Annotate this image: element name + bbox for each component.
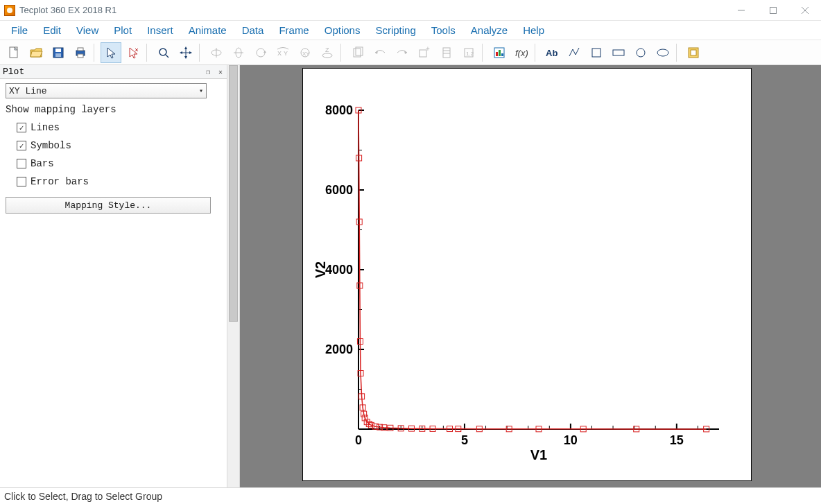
checkbox-error-bars[interactable] xyxy=(17,177,26,186)
menu-file[interactable]: File xyxy=(4,23,35,37)
zoom-icon[interactable] xyxy=(153,42,174,63)
svg-rect-9 xyxy=(55,49,61,52)
menu-view[interactable]: View xyxy=(69,23,105,37)
text-tool-icon[interactable]: Ab xyxy=(542,42,562,63)
svg-marker-14 xyxy=(107,48,115,58)
checkbox-bars[interactable] xyxy=(17,159,26,168)
extract-icon[interactable] xyxy=(436,42,457,63)
plot-canvas-area: 2000400060008000051015V1V2 xyxy=(240,65,821,487)
plot-frame[interactable]: 2000400060008000051015V1V2 xyxy=(302,68,752,481)
new-page-icon[interactable] xyxy=(3,42,24,63)
svg-text:Ab: Ab xyxy=(546,48,558,58)
rotate-xy-icon[interactable]: XY xyxy=(273,42,293,63)
svg-rect-12 xyxy=(78,48,83,51)
menu-data[interactable]: Data xyxy=(235,23,271,37)
print-icon[interactable] xyxy=(70,42,91,63)
probe-add-icon[interactable]: + xyxy=(414,42,435,63)
sidebar-scrollbar[interactable] xyxy=(227,65,239,487)
rollerball-icon[interactable]: XY xyxy=(295,42,316,63)
svg-marker-22 xyxy=(184,46,187,49)
menu-scripting[interactable]: Scripting xyxy=(368,23,422,37)
function-icon[interactable]: f(x) xyxy=(511,42,532,63)
adjust-tool-icon[interactable] xyxy=(123,42,144,63)
streamtrace-fwd-icon[interactable] xyxy=(392,42,413,63)
svg-point-57 xyxy=(637,49,645,57)
separator xyxy=(146,44,150,62)
open-file-icon[interactable] xyxy=(26,42,46,63)
checkbox-symbols[interactable] xyxy=(17,141,26,150)
layer-label: Bars xyxy=(31,158,54,169)
separator xyxy=(199,44,203,62)
menu-edit[interactable]: Edit xyxy=(36,23,68,37)
svg-rect-60 xyxy=(691,50,696,55)
save-icon[interactable] xyxy=(48,42,69,63)
probe-data-icon[interactable]: 1.2 xyxy=(458,42,479,63)
minimize-button[interactable] xyxy=(725,0,757,21)
svg-text:8000: 8000 xyxy=(325,103,353,117)
sidebar-header: Plot ❐ ✕ xyxy=(0,65,227,79)
maximize-button[interactable] xyxy=(757,0,789,21)
layer-row-bars: Bars xyxy=(17,158,221,169)
menu-frame[interactable]: Frame xyxy=(272,23,316,37)
svg-marker-25 xyxy=(189,51,192,54)
app-icon xyxy=(4,5,15,16)
svg-text:V1: V1 xyxy=(530,447,547,462)
separator xyxy=(94,44,98,62)
streamtrace-back-icon[interactable] xyxy=(370,42,390,63)
svg-rect-13 xyxy=(78,54,83,58)
menu-plot[interactable]: Plot xyxy=(107,23,139,37)
scrollbar-thumb[interactable] xyxy=(229,65,238,322)
checkbox-lines[interactable] xyxy=(17,123,26,132)
layer-row-error-bars: Error bars xyxy=(17,176,221,187)
svg-text:1.2: 1.2 xyxy=(466,51,474,57)
ellipse-tool-icon[interactable] xyxy=(653,42,673,63)
menu-animate[interactable]: Animate xyxy=(182,23,234,37)
svg-line-19 xyxy=(166,55,168,58)
svg-point-36 xyxy=(322,53,332,58)
mapping-style-button[interactable]: Mapping Style... xyxy=(6,197,211,214)
svg-rect-55 xyxy=(592,49,600,57)
select-tool-icon[interactable] xyxy=(101,42,121,63)
rotate-z-icon[interactable]: Z xyxy=(317,42,338,63)
sidebar: Plot ❐ ✕ XY Line Show mapping layers Lin… xyxy=(0,65,240,487)
translate-icon[interactable] xyxy=(175,42,196,63)
square-tool-icon[interactable] xyxy=(586,42,607,63)
window-controls xyxy=(725,0,821,21)
layer-row-lines: Lines xyxy=(17,122,221,133)
titlebar: Tecplot 360 EX 2018 R1 xyxy=(0,0,821,21)
plot-type-dropdown[interactable]: XY Line xyxy=(6,83,207,98)
svg-rect-10 xyxy=(55,53,61,57)
line-tool-icon[interactable] xyxy=(564,42,585,63)
circle-tool-icon[interactable] xyxy=(630,42,651,63)
undock-icon[interactable]: ❐ xyxy=(205,69,211,76)
twist-icon[interactable] xyxy=(250,42,271,63)
svg-marker-24 xyxy=(180,51,182,54)
svg-rect-50 xyxy=(496,52,498,56)
svg-rect-51 xyxy=(499,50,501,56)
close-panel-icon[interactable]: ✕ xyxy=(217,69,224,76)
frame-snapshot-icon[interactable] xyxy=(683,42,704,63)
svg-text:0: 0 xyxy=(355,433,362,447)
svg-text:Z: Z xyxy=(325,46,329,53)
plot-style-icon[interactable] xyxy=(489,42,510,63)
menu-options[interactable]: Options xyxy=(318,23,368,37)
svg-rect-1 xyxy=(770,7,777,13)
svg-text:Y: Y xyxy=(284,50,288,57)
menu-tools[interactable]: Tools xyxy=(424,23,463,37)
svg-point-18 xyxy=(159,49,166,55)
menu-help[interactable]: Help xyxy=(516,23,551,37)
rotate-icon[interactable] xyxy=(206,42,227,63)
spin-icon[interactable] xyxy=(228,42,249,63)
separator xyxy=(482,44,486,62)
window-title: Tecplot 360 EX 2018 R1 xyxy=(19,5,116,15)
svg-text:f(x): f(x) xyxy=(515,48,528,58)
close-button[interactable] xyxy=(789,0,821,21)
menu-insert[interactable]: Insert xyxy=(140,23,180,37)
mapping-style-label: Mapping Style... xyxy=(65,200,152,211)
rect-tool-icon[interactable] xyxy=(608,42,629,63)
menu-analyze[interactable]: Analyze xyxy=(464,23,515,37)
svg-text:6000: 6000 xyxy=(325,183,353,197)
separator xyxy=(535,44,539,62)
slice-tool-icon[interactable] xyxy=(347,42,368,63)
toolbar: XY XY Z + 1.2 f(x) Ab xyxy=(0,40,821,65)
